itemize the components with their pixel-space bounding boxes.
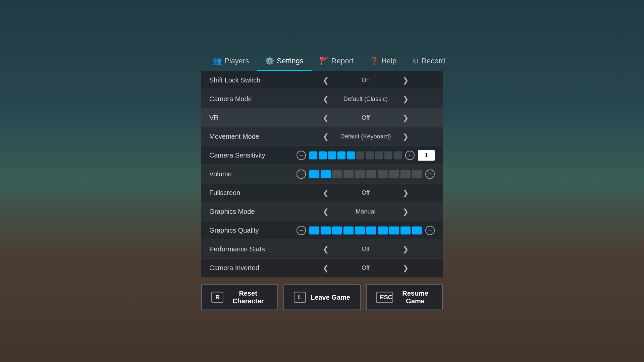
- setting-control-camera-inverted: ❮ Off ❯: [297, 262, 435, 274]
- arrow-right-vr[interactable]: ❯: [400, 112, 411, 123]
- setting-label-graphics-mode: Graphics Mode: [209, 208, 297, 216]
- segment-camera-sensitivity-6: [366, 151, 374, 159]
- setting-control-camera-mode: ❮ Default (Classic) ❯: [297, 93, 435, 105]
- reset-character-button[interactable]: R Reset Character: [201, 284, 278, 310]
- leave-game-key: L: [294, 292, 306, 303]
- slider-plus-camera-sensitivity[interactable]: +: [405, 150, 415, 160]
- slider-control-volume: − +: [297, 169, 435, 179]
- settings-tab-icon: ⚙️: [265, 57, 274, 65]
- setting-control-vr: ❮ Off ❯: [297, 112, 435, 123]
- slider-plus-graphics-quality[interactable]: +: [425, 226, 435, 235]
- menu-container: 👥 Players ⚙️ Settings 🚩 Report ❓ Help ⊙ …: [201, 52, 443, 310]
- players-tab-label: Players: [224, 57, 249, 65]
- setting-label-camera-inverted: Camera Inverted: [209, 264, 297, 272]
- arrow-right-movement-mode[interactable]: ❯: [400, 131, 411, 142]
- setting-label-movement-mode: Movement Mode: [209, 133, 297, 140]
- segment-camera-sensitivity-5: [356, 151, 364, 159]
- tab-players[interactable]: 👥 Players: [205, 52, 257, 71]
- arrow-left-shift-lock[interactable]: ❮: [320, 74, 331, 86]
- settings-panel: Shift Lock Switch ❮ On ❯ Camera Mode ❮ D…: [201, 71, 443, 278]
- setting-label-graphics-quality: Graphics Quality: [209, 227, 297, 234]
- setting-value-performance-stats: Off: [335, 246, 396, 253]
- slider-track-volume[interactable]: [309, 170, 422, 178]
- segment-volume-4: [355, 170, 365, 178]
- arrow-right-performance-stats[interactable]: ❯: [400, 243, 411, 255]
- segment-camera-sensitivity-4: [347, 151, 355, 159]
- setting-control-performance-stats: ❮ Off ❯: [297, 243, 435, 255]
- setting-row-movement-mode: Movement Mode ❮ Default (Keyboard) ❯: [201, 127, 443, 146]
- report-tab-icon: 🚩: [320, 57, 329, 65]
- players-tab-icon: 👥: [213, 57, 222, 65]
- setting-value-vr: Off: [335, 114, 396, 121]
- segment-volume-9: [412, 170, 422, 178]
- tab-record[interactable]: ⊙ Record: [405, 52, 453, 71]
- segment-graphics-quality-7: [389, 226, 399, 234]
- slider-minus-camera-sensitivity[interactable]: −: [297, 150, 306, 160]
- segment-graphics-quality-2: [332, 226, 342, 234]
- setting-label-performance-stats: Performance Stats: [209, 245, 297, 253]
- segment-volume-2: [332, 170, 342, 178]
- segment-graphics-quality-1: [321, 226, 331, 234]
- setting-label-camera-mode: Camera Mode: [209, 95, 297, 103]
- segment-graphics-quality-6: [378, 226, 388, 234]
- setting-label-fullscreen: Fullscreen: [209, 189, 297, 197]
- report-tab-label: Report: [331, 57, 354, 65]
- record-tab-label: Record: [421, 57, 445, 65]
- setting-label-vr: VR: [209, 114, 297, 122]
- resume-game-button[interactable]: ESC Resume Game: [366, 284, 443, 310]
- segment-volume-7: [389, 170, 399, 178]
- slider-track-camera-sensitivity[interactable]: [309, 151, 402, 159]
- segment-volume-6: [378, 170, 388, 178]
- segment-volume-0: [309, 170, 319, 178]
- arrow-right-fullscreen[interactable]: ❯: [400, 187, 411, 198]
- slider-minus-graphics-quality[interactable]: −: [297, 226, 306, 235]
- resume-game-label: Resume Game: [398, 290, 433, 305]
- segment-volume-1: [321, 170, 331, 178]
- setting-value-shift-lock: On: [335, 77, 396, 84]
- help-tab-icon: ❓: [370, 57, 379, 65]
- slider-input-camera-sensitivity[interactable]: [418, 150, 435, 161]
- arrow-right-camera-mode[interactable]: ❯: [400, 93, 411, 105]
- arrow-right-graphics-mode[interactable]: ❯: [400, 206, 411, 217]
- setting-row-performance-stats: Performance Stats ❮ Off ❯: [201, 240, 443, 259]
- tab-settings[interactable]: ⚙️ Settings: [257, 52, 312, 71]
- arrow-right-shift-lock[interactable]: ❯: [400, 74, 411, 86]
- slider-minus-volume[interactable]: −: [297, 169, 306, 179]
- arrow-left-camera-mode[interactable]: ❮: [320, 93, 331, 105]
- slider-control-camera-sensitivity: − +: [297, 150, 435, 161]
- setting-control-movement-mode: ❮ Default (Keyboard) ❯: [297, 131, 435, 142]
- setting-row-camera-inverted: Camera Inverted ❮ Off ❯: [201, 259, 443, 278]
- resume-game-key: ESC: [376, 292, 393, 303]
- segment-camera-sensitivity-8: [384, 151, 392, 159]
- slider-control-graphics-quality: − +: [297, 226, 435, 235]
- arrow-left-graphics-mode[interactable]: ❮: [320, 206, 331, 217]
- setting-label-shift-lock: Shift Lock Switch: [209, 76, 297, 84]
- segment-camera-sensitivity-2: [328, 151, 336, 159]
- slider-track-graphics-quality[interactable]: [309, 226, 422, 234]
- arrow-left-movement-mode[interactable]: ❮: [320, 131, 331, 142]
- setting-row-shift-lock: Shift Lock Switch ❮ On ❯: [201, 71, 443, 90]
- arrow-left-performance-stats[interactable]: ❮: [320, 243, 331, 255]
- segment-camera-sensitivity-9: [394, 151, 402, 159]
- setting-value-camera-inverted: Off: [335, 264, 396, 272]
- setting-control-fullscreen: ❮ Off ❯: [297, 187, 435, 198]
- setting-row-vr: VR ❮ Off ❯: [201, 109, 443, 127]
- segment-volume-3: [343, 170, 354, 178]
- tab-report[interactable]: 🚩 Report: [312, 52, 362, 71]
- segment-graphics-quality-5: [366, 226, 376, 234]
- setting-row-graphics-mode: Graphics Mode ❮ Manual ❯: [201, 202, 443, 221]
- setting-row-fullscreen: Fullscreen ❮ Off ❯: [201, 184, 443, 202]
- reset-character-label: Reset Character: [228, 290, 268, 305]
- setting-value-movement-mode: Default (Keyboard): [335, 133, 396, 140]
- leave-game-button[interactable]: L Leave Game: [283, 284, 360, 310]
- arrow-left-fullscreen[interactable]: ❮: [320, 187, 331, 198]
- tab-help[interactable]: ❓ Help: [362, 52, 405, 71]
- reset-character-key: R: [211, 292, 223, 303]
- arrow-right-camera-inverted[interactable]: ❯: [400, 262, 411, 274]
- setting-row-camera-sensitivity: Camera Sensitivity − +: [201, 146, 443, 165]
- setting-row-graphics-quality: Graphics Quality − +: [201, 221, 443, 240]
- setting-label-volume: Volume: [209, 170, 297, 178]
- arrow-left-camera-inverted[interactable]: ❮: [320, 262, 331, 274]
- arrow-left-vr[interactable]: ❮: [320, 112, 331, 123]
- slider-plus-volume[interactable]: +: [425, 169, 435, 179]
